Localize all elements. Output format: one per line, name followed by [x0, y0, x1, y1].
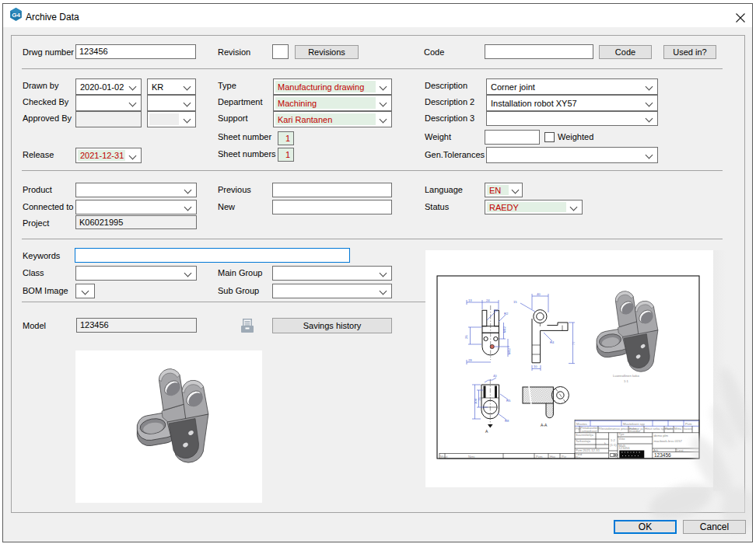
svg-text:24: 24 — [486, 298, 490, 302]
svg-text:M12: M12 — [502, 326, 506, 333]
svg-text:75: 75 — [478, 397, 481, 401]
svg-text:A-A: A-A — [541, 423, 548, 427]
svg-text:R2: R2 — [494, 309, 499, 312]
svg-text:26: 26 — [464, 335, 468, 339]
svg-text:77: 77 — [572, 341, 576, 345]
svg-text:M12: M12 — [507, 347, 511, 354]
svg-text:R8: R8 — [505, 419, 509, 423]
svg-text:A: A — [485, 429, 488, 434]
svg-text:15: 15 — [513, 300, 517, 304]
svg-text:Pvm: Pvm — [536, 455, 543, 459]
svg-text:G4: G4 — [12, 12, 20, 19]
svg-text:R4: R4 — [550, 340, 555, 344]
svg-text:Hyv: Hyv — [550, 455, 556, 459]
svg-text:Tarkastaja: Tarkastaja — [576, 439, 591, 443]
svg-text:Piir: Piir — [562, 455, 567, 459]
svg-text:R2: R2 — [504, 312, 509, 316]
svg-text:29: 29 — [468, 358, 472, 362]
svg-text:Nimi: Nimi — [468, 455, 474, 459]
svg-text:13: 13 — [468, 298, 472, 302]
svg-text:10: 10 — [534, 364, 537, 368]
svg-text:Piir: Piir — [576, 455, 581, 459]
svg-text:40: 40 — [537, 292, 541, 296]
svg-text:R5: R5 — [506, 399, 511, 403]
svg-text:Muut: Muut — [440, 455, 448, 459]
svg-text:40: 40 — [493, 374, 497, 378]
svg-text:Suunnittelija: Suunnittelija — [576, 433, 593, 437]
